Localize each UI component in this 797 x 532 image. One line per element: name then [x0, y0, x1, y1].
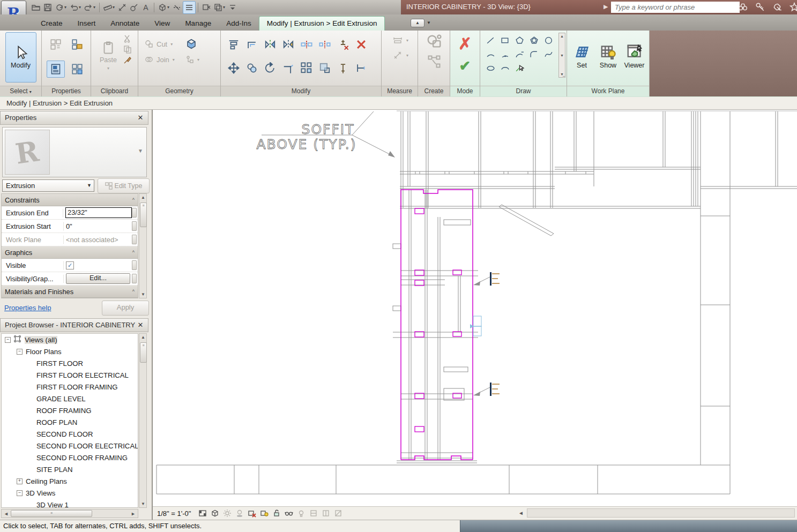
measure-between-references-icon[interactable] [391, 36, 405, 44]
collapse-icon[interactable]: − [5, 337, 11, 343]
partial-ellipse-icon[interactable] [498, 62, 512, 74]
close-properties-icon[interactable]: ✕ [136, 114, 145, 122]
match-type-properties-icon[interactable] [123, 56, 132, 64]
paste-button[interactable]: Paste ▾ [96, 32, 120, 79]
collapse-group-icon[interactable]: ^ [132, 197, 135, 203]
undo-icon[interactable]: ▾ [68, 2, 83, 13]
edit-type-button[interactable]: Edit Type [98, 178, 150, 193]
tree-item[interactable]: −3D Views [2, 487, 138, 499]
collapse-group-icon[interactable]: ^ [132, 289, 135, 294]
tree-item[interactable]: SITE PLAN [2, 463, 138, 475]
scroll-left-icon[interactable]: ◄ [518, 510, 524, 516]
property-value[interactable]: 23/32" [65, 207, 132, 218]
tab-insert[interactable]: Insert [70, 17, 103, 31]
shadows-icon[interactable] [233, 508, 245, 519]
scroll-down-icon[interactable]: ▼ [141, 292, 145, 297]
scroll-down-icon[interactable]: ▼ [559, 54, 565, 57]
scale-icon[interactable] [316, 57, 333, 79]
tree-item[interactable]: FIRST FLOOR ELECTRICAL [2, 369, 138, 381]
center-ends-arc-icon[interactable] [498, 48, 512, 61]
collapse-group-icon[interactable]: ^ [132, 250, 135, 255]
inscribed-polygon-icon[interactable] [512, 34, 526, 47]
detail-level-icon[interactable] [196, 508, 208, 519]
scroll-left-icon[interactable]: ◄ [4, 511, 9, 516]
panel-label-select[interactable]: Select ▾ [0, 86, 41, 96]
join-caret-icon[interactable]: ▾ [173, 57, 175, 62]
detail-tag[interactable] [490, 383, 500, 396]
family-category-icon[interactable] [69, 61, 86, 77]
panel-label-measure[interactable]: Measure [382, 86, 418, 96]
panel-label-work-plane[interactable]: Work Plane [567, 86, 649, 96]
view-scale[interactable]: 1/8" = 1'-0" [157, 509, 191, 518]
rectangle-icon[interactable] [498, 34, 512, 47]
tag-by-category-icon[interactable] [128, 2, 140, 13]
spline-icon[interactable] [541, 48, 555, 61]
cut-geometry-icon[interactable] [145, 40, 153, 48]
infocenter-toggle-icon[interactable]: ▶ [604, 3, 608, 10]
soffit-annotation-line2[interactable]: ABOVE (TYP.) [256, 137, 356, 152]
panel-label-modify[interactable]: Modify [221, 86, 381, 96]
split-with-gap-icon[interactable] [316, 34, 333, 55]
open-file-icon[interactable] [30, 2, 42, 13]
tree-item[interactable]: +Ceiling Plans [2, 475, 138, 487]
panel-label-properties[interactable]: Properties [42, 86, 91, 96]
properties-scrollbar[interactable]: ▲ ≡ ▼ [139, 193, 147, 298]
create-group-icon[interactable] [428, 55, 441, 68]
tree-item[interactable]: GRADE LEVEL [2, 393, 138, 404]
line-icon[interactable] [483, 34, 497, 47]
worksharing-display-icon[interactable] [307, 508, 319, 519]
project-browser-header[interactable]: Project Browser - INTERIOR CABINETRY ✕ [0, 318, 148, 332]
sync-with-central-icon[interactable]: ▾ [54, 2, 68, 13]
measure-caret-icon[interactable]: ▾ [406, 38, 408, 43]
panel-label-geometry[interactable]: Geometry [138, 86, 220, 96]
delete-icon[interactable] [353, 34, 370, 55]
tree-item[interactable]: ROOF FRAMING [2, 404, 138, 416]
collapse-icon[interactable]: − [17, 349, 23, 355]
crop-view-icon[interactable] [245, 508, 258, 519]
tab-annotate[interactable]: Annotate [103, 17, 147, 31]
tangent-end-arc-icon[interactable] [512, 48, 526, 61]
tree-item[interactable]: −Floor Plans [2, 346, 138, 357]
reveal-hidden-elements-icon[interactable] [295, 508, 307, 519]
aligned-dimension-icon[interactable] [116, 2, 128, 13]
trim-extend-corner-icon[interactable] [280, 57, 297, 79]
tree-item[interactable]: SECOND FLOOR FRAMING [2, 452, 138, 463]
save-icon[interactable] [42, 2, 54, 13]
scroll-up-icon[interactable]: ▲ [559, 34, 565, 38]
switch-windows-icon[interactable]: ▾ [212, 2, 227, 13]
work-plane-viewer-button[interactable]: Viewer [622, 32, 647, 81]
text-icon[interactable]: A [140, 2, 152, 13]
tree-item[interactable]: ROOF PLAN [2, 416, 138, 428]
close-hidden-windows-icon[interactable] [200, 2, 212, 13]
collapse-icon[interactable]: − [17, 490, 23, 496]
scroll-up-icon[interactable]: ▲ [141, 195, 145, 200]
draw-gallery-scrollbar[interactable]: ▲▼▼̲ [558, 33, 565, 78]
cut-to-clipboard-icon[interactable] [123, 34, 132, 43]
rotate-icon[interactable] [262, 57, 279, 79]
panel-label-draw[interactable]: Draw [480, 86, 567, 96]
panel-label-clipboard[interactable]: Clipboard [91, 86, 138, 96]
associate-parameter-button[interactable] [132, 260, 137, 270]
minimize-ribbon-control[interactable]: ▲ ▼ [411, 18, 434, 28]
tab-manage[interactable]: Manage [177, 17, 219, 31]
tab-modify-extrusion-contextual[interactable]: Modify | Extrusion > Edit Extrusion [259, 16, 385, 31]
unlocked-3d-view-icon[interactable] [270, 508, 282, 519]
dimension-caret-icon[interactable]: ▾ [406, 53, 408, 58]
load-into-project-icon[interactable] [69, 36, 86, 53]
unpin-icon[interactable] [334, 34, 352, 55]
cut-geometry-label[interactable]: Cut [157, 40, 167, 48]
family-types-icon[interactable] [47, 36, 64, 53]
copy-to-clipboard-icon[interactable] [123, 45, 132, 54]
project-browser-scrollbar[interactable]: ▲ ≡ ▼ [139, 333, 147, 508]
join-geometry-icon[interactable] [145, 55, 153, 64]
detail-tag[interactable] [490, 272, 500, 286]
create-similar-icon[interactable] [426, 34, 442, 50]
favorites-icon[interactable] [788, 1, 797, 13]
properties-help-link[interactable]: Properties help [4, 304, 51, 312]
redo-icon[interactable]: ▾ [83, 2, 97, 13]
property-group-header[interactable]: Constraints^ [2, 194, 138, 206]
close-project-browser-icon[interactable]: ✕ [136, 321, 145, 329]
show-crop-region-icon[interactable] [258, 508, 270, 519]
edit-visibility-button[interactable]: Edit... [66, 273, 130, 284]
set-work-plane-button[interactable]: Set [570, 32, 594, 81]
